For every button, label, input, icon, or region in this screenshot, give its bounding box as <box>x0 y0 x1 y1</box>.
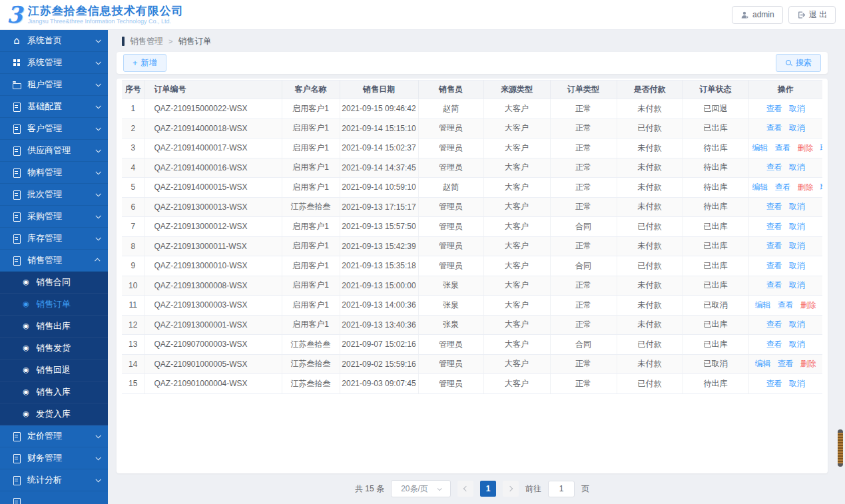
action-link[interactable]: 查看 <box>766 340 782 349</box>
action-link[interactable]: 查看 <box>778 359 794 368</box>
doc-icon <box>12 497 21 504</box>
action-link[interactable]: 查看 <box>766 241 782 250</box>
cell-date: 2021-09-13 13:40:36 <box>340 315 418 335</box>
sidebar-item-5[interactable]: 供应商管理 <box>0 140 108 162</box>
folder-icon <box>12 80 21 89</box>
action-link[interactable]: 查看 <box>775 182 791 192</box>
column-header: 序号 <box>122 81 144 99</box>
action-link[interactable]: 取消 <box>789 261 805 270</box>
add-button[interactable]: + 新增 <box>123 54 166 72</box>
cell-actions: 查看取消 <box>748 236 822 256</box>
brand: 3 江苏叁拾叁信息技术有限公司 Jiangsu Three&three Info… <box>7 3 184 26</box>
action-link[interactable]: 删除 <box>798 182 814 192</box>
action-link[interactable]: 编辑 <box>755 359 771 368</box>
sidebar-item-0[interactable]: 系统首页 <box>0 30 108 52</box>
sidebar-item-8[interactable]: 采购管理 <box>0 206 108 228</box>
cell-paid: 已付款 <box>617 119 683 138</box>
doc-icon <box>12 146 21 155</box>
sidebar-item-3[interactable]: 基础配置 <box>0 96 108 118</box>
cell-order_type: 正常 <box>550 354 617 374</box>
sidebar-item-9[interactable]: 库存管理 <box>0 228 108 250</box>
cell-actions: 编辑查看删除取消 <box>748 178 822 198</box>
sidebar-item-14[interactable] <box>0 491 108 504</box>
action-link[interactable]: 取消 <box>789 222 805 231</box>
sidebar-item-12[interactable]: 财务管理 <box>0 447 108 469</box>
breadcrumb: 销售管理 > 销售订单 <box>122 34 828 49</box>
cell-order_type: 合同 <box>550 335 617 355</box>
cell-date: 2021-09-13 15:35:18 <box>340 256 418 276</box>
sidebar-item-6[interactable]: 物料管理 <box>0 162 108 184</box>
cell-paid: 未付款 <box>617 99 683 119</box>
action-link[interactable]: 删除 <box>800 359 816 368</box>
cell-date: 2021-09-14 14:37:45 <box>340 158 418 178</box>
search-button[interactable]: 搜索 <box>776 54 821 72</box>
sidebar-subitem-5[interactable]: 销售入库 <box>0 381 108 403</box>
sidebar-subitem-3[interactable]: 销售发货 <box>0 338 108 360</box>
sidebar-item-13[interactable]: 统计分析 <box>0 469 108 491</box>
action-link[interactable]: 取消 <box>789 241 805 250</box>
cell-order_no: QAZ-210913000013-WSX <box>144 197 282 217</box>
admin-button[interactable]: admin <box>732 6 783 24</box>
cell-salesperson: 管理员 <box>418 119 483 138</box>
goto-page-input[interactable] <box>548 481 575 497</box>
action-link[interactable]: 查看 <box>766 162 782 172</box>
next-page-button[interactable] <box>503 481 519 497</box>
sidebar-subitem-4[interactable]: 销售回退 <box>0 360 108 381</box>
action-link[interactable]: 取消 <box>789 340 805 349</box>
sidebar-item-4[interactable]: 客户管理 <box>0 118 108 140</box>
action-link[interactable]: 查看 <box>766 202 782 211</box>
action-link[interactable]: 编辑 <box>752 182 768 192</box>
doc-icon <box>12 431 21 441</box>
action-link[interactable]: 查看 <box>766 280 782 290</box>
prev-page-button[interactable] <box>457 481 473 497</box>
action-link[interactable]: 查看 <box>766 320 782 329</box>
action-link[interactable]: 取消 <box>789 379 805 388</box>
action-link[interactable]: 查看 <box>775 143 791 152</box>
action-link[interactable]: 查看 <box>778 300 794 310</box>
action-link[interactable]: 取消 <box>820 143 823 152</box>
sidebar-item-11[interactable]: 定价管理 <box>0 425 108 447</box>
action-link[interactable]: 查看 <box>766 379 782 388</box>
action-link[interactable]: 取消 <box>789 202 805 211</box>
cell-source: 大客户 <box>483 374 550 394</box>
sidebar-item-2[interactable]: 租户管理 <box>0 74 108 96</box>
cell-customer: 启用客户1 <box>282 236 340 256</box>
cell-date: 2021-09-03 09:07:45 <box>340 374 418 394</box>
action-link[interactable]: 取消 <box>820 182 823 192</box>
sidebar-item-10[interactable]: 销售管理 <box>0 250 108 272</box>
sidebar-item-7[interactable]: 批次管理 <box>0 184 108 206</box>
action-link[interactable]: 取消 <box>789 162 805 172</box>
chevron-down-icon <box>95 213 101 218</box>
page-button-1[interactable]: 1 <box>480 481 496 497</box>
action-link[interactable]: 编辑 <box>755 300 771 310</box>
sidebar-item-label: 财务管理 <box>27 452 90 464</box>
action-link[interactable]: 查看 <box>766 104 782 113</box>
action-link[interactable]: 删除 <box>798 143 814 152</box>
grid-icon <box>12 58 21 67</box>
action-link[interactable]: 查看 <box>766 123 782 132</box>
table-row: 1QAZ-210915000022-WSX启用客户12021-09-15 09:… <box>122 99 822 119</box>
sidebar-subitem-label: 销售回退 <box>36 364 71 376</box>
sidebar-item-1[interactable]: 系统管理 <box>0 52 108 74</box>
logout-button[interactable]: 退 出 <box>788 6 836 24</box>
action-link[interactable]: 查看 <box>766 222 782 231</box>
action-link[interactable]: 取消 <box>789 280 805 290</box>
sidebar-subitem-6[interactable]: 发货入库 <box>0 403 108 425</box>
action-link[interactable]: 删除 <box>800 300 816 310</box>
scrollbar-thumb[interactable] <box>838 429 843 467</box>
sidebar-subitem-2[interactable]: 销售出库 <box>0 316 108 338</box>
action-link[interactable]: 编辑 <box>752 143 768 152</box>
cell-status: 已出库 <box>683 236 748 256</box>
action-link[interactable]: 取消 <box>789 123 805 132</box>
action-link[interactable]: 查看 <box>766 261 782 270</box>
action-link[interactable]: 取消 <box>789 320 805 329</box>
cell-order_type: 正常 <box>550 178 617 198</box>
sidebar-subitem-1[interactable]: 销售订单 <box>0 294 108 316</box>
action-link[interactable]: 取消 <box>789 104 805 113</box>
cell-source: 大客户 <box>483 99 550 119</box>
breadcrumb-parent: 销售管理 <box>130 36 163 47</box>
page-size-select[interactable]: 20条/页 <box>391 480 451 497</box>
sidebar-subitem-0[interactable]: 销售合同 <box>0 272 108 294</box>
cell-actions: 查看取消 <box>748 217 822 237</box>
cell-paid: 已付款 <box>617 217 683 237</box>
